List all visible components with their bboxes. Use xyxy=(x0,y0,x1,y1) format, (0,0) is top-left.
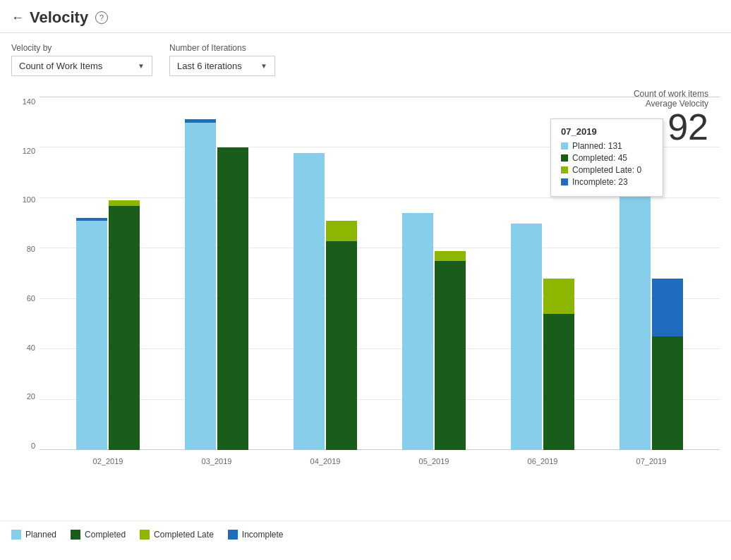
bar-completed-07_2019[interactable] xyxy=(652,336,683,450)
bar-completed-03_2019[interactable] xyxy=(217,147,248,450)
bar-stack-05_2019 xyxy=(435,251,466,450)
tooltip-completed-late-dot xyxy=(561,166,568,174)
y-label-40: 40 xyxy=(11,343,40,352)
legend-incomplete-color xyxy=(228,530,238,540)
legend-planned-label: Planned xyxy=(25,530,56,540)
tooltip-row-completed-late: Completed Late: 0 xyxy=(561,165,653,175)
bar-group-04_2019 xyxy=(291,153,360,450)
bar-incomplete-07_2019[interactable] xyxy=(652,279,683,336)
chart-container: Count of work items Average Velocity 92 … xyxy=(0,83,731,521)
bar-stack-02_2019 xyxy=(109,200,140,450)
y-axis: 0 20 40 60 80 100 120 140 xyxy=(11,97,40,450)
planned-wrapper-02_2019 xyxy=(76,218,107,450)
bar-completed-04_2019[interactable] xyxy=(326,241,357,450)
bar-completed-late-05_2019[interactable] xyxy=(435,251,466,261)
tooltip-completed-dot xyxy=(561,154,568,162)
bar-stack-07_2019 xyxy=(652,279,683,450)
bar-completed-02_2019[interactable] xyxy=(109,206,140,450)
help-icon[interactable]: ? xyxy=(95,11,108,24)
bar-planned-06_2019[interactable] xyxy=(511,224,542,450)
y-label-80: 80 xyxy=(11,245,40,253)
tooltip-planned-label: Planned: 131 xyxy=(572,141,622,151)
x-label-02_2019: 02_2019 xyxy=(73,457,143,465)
iterations-dropdown[interactable]: Last 6 iterations ▼ xyxy=(169,56,275,76)
bar-stack-03_2019 xyxy=(217,147,248,450)
tooltip-title: 07_2019 xyxy=(561,126,653,137)
velocity-by-group: Velocity by Count of Work Items ▼ xyxy=(11,43,152,76)
x-label-06_2019: 06_2019 xyxy=(508,457,577,465)
x-label-03_2019: 03_2019 xyxy=(182,457,251,465)
bar-completed-late-06_2019[interactable] xyxy=(543,279,574,314)
iterations-value: Last 6 iterations xyxy=(177,61,242,71)
velocity-by-label: Velocity by xyxy=(11,43,152,53)
legend-completed-late: Completed Late xyxy=(140,530,214,540)
bar-group-06_2019 xyxy=(508,224,577,450)
iterations-label: Number of Iterations xyxy=(169,43,275,53)
page-header: ← Velocity ? xyxy=(0,0,731,33)
bar-completed-06_2019[interactable] xyxy=(543,314,574,450)
controls-bar: Velocity by Count of Work Items ▼ Number… xyxy=(0,33,731,83)
tooltip-row-completed: Completed: 45 xyxy=(561,153,653,163)
legend-completed-label: Completed xyxy=(85,530,126,540)
bar-stack-06_2019 xyxy=(543,279,574,450)
bar-planned-04_2019[interactable] xyxy=(294,153,325,450)
legend: Planned Completed Completed Late Incompl… xyxy=(0,521,731,548)
velocity-by-dropdown[interactable]: Count of Work Items ▼ xyxy=(11,56,152,76)
bar-planned-03_2019[interactable] xyxy=(185,123,216,450)
y-label-20: 20 xyxy=(11,392,40,401)
legend-completed-late-color xyxy=(140,530,150,540)
bar-group-05_2019 xyxy=(399,213,469,450)
y-label-0: 0 xyxy=(11,442,40,450)
y-label-100: 100 xyxy=(11,195,40,204)
x-label-04_2019: 04_2019 xyxy=(291,457,360,465)
legend-incomplete-label: Incomplete xyxy=(242,530,284,540)
x-label-05_2019: 05_2019 xyxy=(399,457,469,465)
legend-planned-color xyxy=(11,530,21,540)
tooltip-box: 07_2019 Planned: 131 Completed: 45 Compl… xyxy=(550,118,663,197)
bar-completed-05_2019[interactable] xyxy=(435,261,466,450)
back-button[interactable]: ← xyxy=(11,11,24,25)
y-label-140: 140 xyxy=(11,97,40,106)
tooltip-row-incomplete: Incomplete: 23 xyxy=(561,177,653,187)
velocity-by-arrow: ▼ xyxy=(138,62,145,70)
tooltip-incomplete-dot xyxy=(561,178,568,185)
bar-completed-late-04_2019[interactable] xyxy=(326,221,357,241)
legend-completed-late-label: Completed Late xyxy=(154,530,214,540)
legend-completed-color xyxy=(71,530,80,540)
tooltip-completed-label: Completed: 45 xyxy=(572,153,627,163)
tooltip-incomplete-label: Incomplete: 23 xyxy=(572,177,628,187)
bar-completed-late-02_2019[interactable] xyxy=(109,200,140,205)
tooltip-completed-late-label: Completed Late: 0 xyxy=(572,165,641,175)
y-label-120: 120 xyxy=(11,147,40,155)
velocity-by-value: Count of Work Items xyxy=(19,61,102,71)
page-title: Velocity xyxy=(30,8,88,27)
chart-area: 0 20 40 60 80 100 120 140 0 xyxy=(11,97,720,492)
x-labels: 02_201903_201904_201905_201906_201907_20… xyxy=(40,457,720,465)
iterations-arrow: ▼ xyxy=(260,62,267,70)
bar-stack-04_2019 xyxy=(326,221,357,450)
bar-planned-05_2019[interactable] xyxy=(402,213,433,450)
iterations-group: Number of Iterations Last 6 iterations ▼ xyxy=(169,43,275,76)
y-label-60: 60 xyxy=(11,294,40,303)
legend-incomplete: Incomplete xyxy=(228,530,284,540)
tooltip-row-planned: Planned: 131 xyxy=(561,141,653,151)
x-label-07_2019: 07_2019 xyxy=(617,457,686,465)
bar-planned-02_2019[interactable] xyxy=(76,221,107,450)
tooltip-planned-dot xyxy=(561,142,568,150)
legend-planned: Planned xyxy=(11,530,56,540)
bar-group-03_2019 xyxy=(182,119,251,450)
bar-group-02_2019 xyxy=(73,200,143,450)
planned-wrapper-03_2019 xyxy=(185,119,216,450)
legend-completed: Completed xyxy=(71,530,126,540)
